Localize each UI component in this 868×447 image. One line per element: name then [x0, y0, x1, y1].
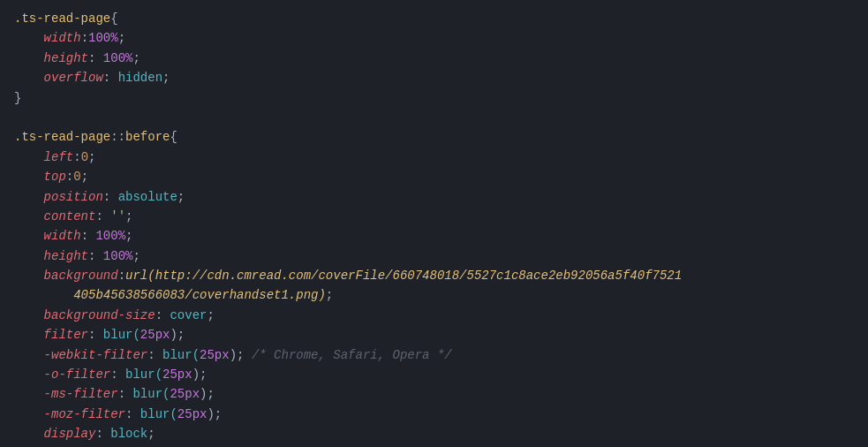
code-token: ; — [177, 187, 185, 207]
code-token: ; — [118, 28, 125, 48]
code-line: } — [0, 88, 868, 108]
code-token — [14, 148, 44, 167]
code-token: ; — [132, 246, 140, 266]
code-token: ); — [170, 325, 185, 345]
code-token — [14, 246, 44, 266]
code-token: ; — [147, 424, 155, 443]
code-token: blur( — [140, 405, 177, 424]
code-line: background:url(http://cdn.cmread.com/cov… — [0, 266, 868, 285]
code-token: : — [95, 424, 110, 443]
code-token: background-size — [44, 306, 155, 325]
code-token: { — [170, 127, 177, 147]
code-token: : — [155, 306, 170, 325]
code-token: overflow — [44, 68, 103, 87]
code-line — [0, 108, 868, 127]
code-line: height: 100%; — [0, 246, 868, 266]
code-line: -moz-filter: blur(25px); — [0, 405, 868, 424]
code-line: .ts-read-page::before{ — [0, 127, 868, 147]
code-token: : — [66, 167, 73, 186]
code-token: background — [44, 266, 118, 285]
code-token: ; — [326, 285, 333, 305]
code-token — [14, 49, 44, 68]
code-token: ); — [192, 365, 208, 384]
code-line: -ms-filter: blur(25px); — [0, 384, 868, 404]
code-token: : — [81, 28, 88, 48]
code-token — [14, 306, 44, 325]
code-line: width: 100%; — [0, 226, 868, 246]
code-token: block — [110, 424, 147, 443]
code-token: filter — [44, 325, 88, 345]
code-editor: .ts-read-page{ width:100%; height: 100%;… — [0, 0, 868, 447]
code-token: 25px — [162, 365, 192, 384]
code-token: 100% — [88, 28, 118, 48]
code-token: content — [44, 207, 96, 226]
code-token: ; — [88, 148, 95, 167]
code-token: 100% — [103, 246, 133, 266]
code-token: cover — [170, 306, 207, 325]
code-token: 100% — [103, 49, 133, 68]
code-token: ; — [162, 68, 170, 87]
code-token: ; — [125, 226, 132, 246]
code-token: -moz-filter — [44, 405, 125, 424]
code-token: top — [44, 167, 66, 186]
code-token: height — [44, 246, 88, 266]
code-token — [14, 28, 44, 48]
code-token: .ts-read-page — [14, 127, 110, 147]
code-line: left:0; — [0, 148, 868, 167]
code-token — [14, 167, 44, 186]
code-token: blur( — [125, 365, 162, 384]
code-token: 405b45638566083/coverhandset1.png) — [14, 285, 326, 305]
code-token: ); — [230, 345, 252, 365]
code-token — [14, 187, 44, 207]
code-line: 405b45638566083/coverhandset1.png); — [0, 285, 868, 305]
code-token: hidden — [118, 68, 162, 87]
code-token: absolute — [118, 187, 177, 207]
code-token: : — [103, 68, 118, 87]
code-token — [14, 405, 44, 424]
code-line: } — [0, 444, 868, 447]
code-token: : — [81, 226, 96, 246]
code-token: blur( — [103, 325, 140, 345]
code-line: content: ''; — [0, 207, 868, 226]
code-token: : — [147, 345, 162, 365]
code-token: ; — [125, 207, 132, 226]
code-line: -o-filter: blur(25px); — [0, 365, 868, 384]
code-token — [14, 325, 44, 345]
code-token: : — [88, 246, 103, 266]
code-token: : — [103, 187, 118, 207]
code-token: '' — [110, 207, 125, 226]
code-token: width — [44, 226, 81, 246]
code-line: filter: blur(25px); — [0, 325, 868, 345]
code-token: height — [44, 49, 88, 68]
code-line: background-size: cover; — [0, 306, 868, 325]
code-token: : — [110, 365, 125, 384]
code-token: 100% — [95, 226, 125, 246]
code-token: position — [44, 187, 103, 207]
code-token: : — [88, 325, 103, 345]
code-token: : — [88, 49, 103, 68]
code-token: display — [44, 424, 96, 443]
code-token: left — [44, 148, 74, 167]
code-token: 25px — [170, 384, 200, 404]
code-token: } — [14, 444, 21, 447]
code-token: blur( — [162, 345, 200, 365]
code-token — [14, 266, 44, 285]
code-token: :: — [110, 127, 125, 147]
code-line: overflow: hidden; — [0, 68, 868, 87]
code-token: -ms-filter — [44, 384, 118, 404]
code-token: : — [118, 266, 125, 285]
code-token: ); — [200, 384, 215, 404]
code-token — [14, 68, 44, 87]
code-token: } — [14, 88, 21, 108]
code-token: /* Chrome, Safari, Opera */ — [252, 345, 452, 365]
code-token: : — [125, 405, 140, 424]
code-token: .ts-read-page — [14, 9, 110, 28]
code-token: blur( — [132, 384, 170, 404]
code-token — [14, 384, 44, 404]
code-token: width — [44, 28, 81, 48]
code-token — [14, 365, 44, 384]
code-token: ; — [207, 306, 214, 325]
code-line: -webkit-filter: blur(25px); /* Chrome, S… — [0, 345, 868, 365]
code-token: 0 — [81, 148, 88, 167]
code-token: : — [95, 207, 110, 226]
